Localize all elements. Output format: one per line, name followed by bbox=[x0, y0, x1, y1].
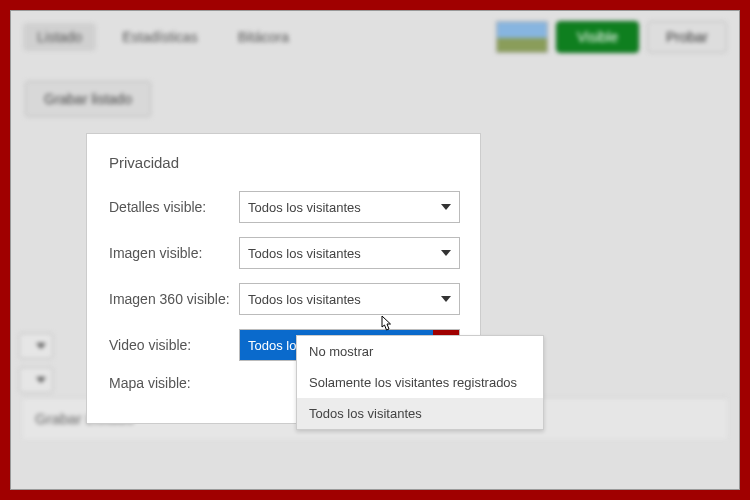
visibility-status-button[interactable]: Visible bbox=[556, 21, 639, 53]
tab-estadisticas[interactable]: Estadísticas bbox=[108, 23, 211, 51]
dropdown-image-value: Todos los visitantes bbox=[240, 246, 433, 261]
dropdown-details[interactable]: Todos los visitantes bbox=[239, 191, 460, 223]
side-dropdown-2[interactable] bbox=[19, 367, 53, 393]
dropdown-video-menu: No mostrar Solamente los visitantes regi… bbox=[296, 335, 544, 430]
dropdown-option-no-mostrar[interactable]: No mostrar bbox=[297, 336, 543, 367]
dropdown-image360-value: Todos los visitantes bbox=[240, 292, 433, 307]
tab-listado[interactable]: Listado bbox=[23, 23, 96, 51]
chevron-down-icon bbox=[36, 343, 46, 349]
app-frame: Listado Estadísticas Bitácora Visible Pr… bbox=[10, 10, 740, 490]
save-list-button-top[interactable]: Grabar listado bbox=[25, 81, 151, 117]
dropdown-image360[interactable]: Todos los visitantes bbox=[239, 283, 460, 315]
preview-thumbnail bbox=[496, 21, 548, 53]
test-button[interactable]: Probar bbox=[647, 21, 727, 53]
tabs-bar: Listado Estadísticas Bitácora Visible Pr… bbox=[11, 11, 739, 63]
label-video: Video visible: bbox=[109, 337, 239, 353]
row-details: Detalles visible: Todos los visitantes bbox=[109, 191, 460, 223]
chevron-down-icon bbox=[36, 377, 46, 383]
chevron-down-icon bbox=[433, 192, 459, 222]
label-details: Detalles visible: bbox=[109, 199, 239, 215]
panel-title: Privacidad bbox=[109, 154, 460, 171]
dropdown-details-value: Todos los visitantes bbox=[240, 200, 433, 215]
chevron-down-icon bbox=[433, 238, 459, 268]
label-image: Imagen visible: bbox=[109, 245, 239, 261]
label-map: Mapa visible: bbox=[109, 375, 239, 391]
row-image360: Imagen 360 visible: Todos los visitantes bbox=[109, 283, 460, 315]
label-image360: Imagen 360 visible: bbox=[109, 291, 239, 307]
tab-bitacora[interactable]: Bitácora bbox=[224, 23, 303, 51]
row-image: Imagen visible: Todos los visitantes bbox=[109, 237, 460, 269]
dropdown-option-registrados[interactable]: Solamente los visitantes registrados bbox=[297, 367, 543, 398]
side-dropdown-1[interactable] bbox=[19, 333, 53, 359]
chevron-down-icon bbox=[433, 284, 459, 314]
dropdown-option-todos[interactable]: Todos los visitantes bbox=[297, 398, 543, 429]
dropdown-image[interactable]: Todos los visitantes bbox=[239, 237, 460, 269]
